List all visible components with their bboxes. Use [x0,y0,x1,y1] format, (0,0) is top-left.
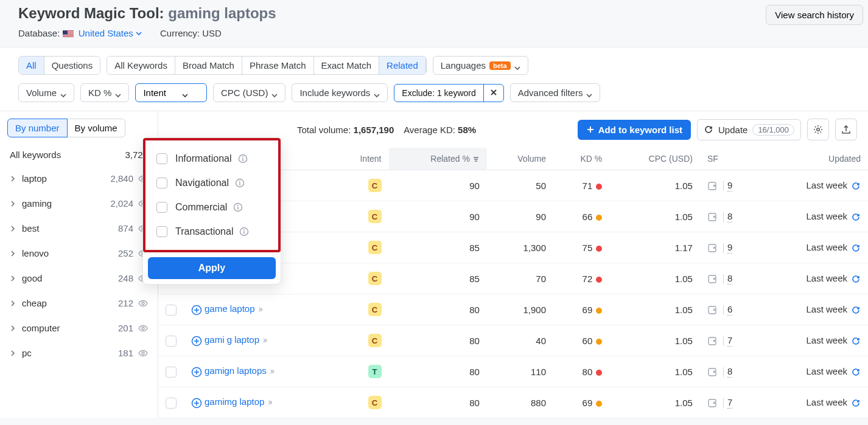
advanced-filter[interactable]: Advanced filters [510,83,601,102]
volume-filter[interactable]: Volume [18,83,74,102]
update-button[interactable]: Update 16/1,000 [697,119,801,140]
sidebar-item[interactable]: gaming2,024 [0,191,158,216]
related-value: 80 [389,356,487,387]
sidebar-all-keywords[interactable]: All keywords 3,724 [0,143,158,166]
add-keyword-icon[interactable] [191,367,202,378]
keyword-link[interactable]: game laptop [205,303,255,314]
view-history-button[interactable]: View search history [766,5,863,25]
kd-dot-icon [596,308,602,314]
checkbox[interactable] [156,178,167,188]
intent-option-commercial[interactable]: Commercial [150,195,273,219]
add-keyword-icon[interactable] [191,336,202,347]
col-related[interactable]: Related % [389,148,487,170]
row-checkbox[interactable] [166,367,177,378]
refresh-icon[interactable] [851,336,861,346]
col-cpc[interactable]: CPC (USD) [609,148,700,170]
col-updated[interactable]: Updated [761,148,868,170]
refresh-icon[interactable] [851,212,861,222]
export-button[interactable] [835,119,857,140]
refresh-icon[interactable] [851,181,861,191]
serp-icon[interactable] [707,398,717,408]
sf-value[interactable]: 7 [727,335,732,347]
tab-questions[interactable]: Questions [44,57,100,74]
sidebar-item[interactable]: pc181 [0,340,158,365]
tab-related[interactable]: Related [379,57,426,74]
keyword-link[interactable]: gamimg laptop [205,396,264,407]
sidebar-item[interactable]: good248 [0,266,158,291]
checkbox[interactable] [156,153,167,164]
refresh-icon[interactable] [851,367,861,377]
refresh-icon[interactable] [851,305,861,315]
tab-phrase[interactable]: Phrase Match [242,57,314,74]
col-sf[interactable]: SF [700,148,761,170]
exclude-clear-button[interactable] [484,85,503,102]
sidebar-tab-by-volume[interactable]: By volume [68,119,125,137]
intent-apply-button[interactable]: Apply [148,257,276,279]
tab-broad[interactable]: Broad Match [175,57,242,74]
add-keyword-icon[interactable] [191,305,202,316]
serp-icon[interactable] [707,181,717,191]
sf-value[interactable]: 9 [727,242,732,254]
settings-button[interactable] [807,119,829,140]
eye-icon[interactable] [138,299,148,308]
eye-icon[interactable] [138,323,148,333]
add-keyword-icon[interactable] [191,398,202,409]
database[interactable]: Database: United States [18,28,142,38]
serp-icon[interactable] [707,243,717,253]
sf-value[interactable]: 8 [727,273,732,285]
expand-icon[interactable]: ›› [259,304,262,314]
sf-value[interactable]: 8 [727,366,732,378]
serp-icon[interactable] [707,274,717,284]
languages-dropdown[interactable]: Languages beta [433,56,528,75]
tab-all[interactable]: All [19,57,44,74]
refresh-icon[interactable] [851,274,861,284]
database-link[interactable]: United States [79,28,133,38]
row-checkbox[interactable] [166,336,177,347]
intent-filter[interactable]: Intent [135,83,207,102]
sf-value[interactable]: 6 [727,304,732,316]
tab-all-keywords[interactable]: All Keywords [107,57,175,74]
refresh-icon[interactable] [851,398,861,408]
intent-option-informational[interactable]: Informational [150,147,273,171]
eye-icon[interactable] [138,348,148,358]
sf-value[interactable]: 8 [727,211,732,223]
sidebar-tab-by-number[interactable]: By number [7,119,68,137]
expand-icon[interactable]: ›› [270,366,273,376]
include-filter[interactable]: Include keywords [292,83,388,102]
sidebar-item-count: 874 [118,223,133,233]
sidebar-item[interactable]: lenovo252 [0,241,158,266]
exclude-label[interactable]: Exclude: 1 keyword [394,85,483,102]
col-kd[interactable]: KD % [553,148,609,170]
serp-icon[interactable] [707,367,717,377]
row-checkbox[interactable] [166,398,177,409]
checkbox[interactable] [156,226,167,237]
tab-exact[interactable]: Exact Match [314,57,380,74]
kd-value: 71 [553,170,609,201]
sf-value[interactable]: 9 [727,180,732,192]
sidebar-item[interactable]: cheap212 [0,291,158,316]
serp-icon[interactable] [707,305,717,315]
checkbox[interactable] [156,202,167,213]
kd-filter[interactable]: KD % [80,83,129,102]
refresh-icon[interactable] [851,243,861,253]
col-volume[interactable]: Volume [487,148,553,170]
intent-option-transactional[interactable]: Transactional [150,219,273,244]
sidebar-item[interactable]: computer201 [0,316,158,340]
keyword-link[interactable]: gamign laptops [205,365,267,376]
svg-rect-8 [238,207,239,210]
sidebar-item-count: 181 [118,348,133,358]
serp-icon[interactable] [707,336,717,346]
keyword-link[interactable]: gami g laptop [205,334,259,345]
expand-icon[interactable]: ›› [263,335,266,345]
expand-icon[interactable]: ›› [268,397,271,407]
cpc-filter[interactable]: CPC (USD) [213,83,286,102]
sidebar-item[interactable]: laptop2,840 [0,166,158,191]
sidebar-item[interactable]: best874 [0,216,158,241]
col-intent[interactable]: Intent [333,148,388,170]
row-checkbox[interactable] [166,305,177,316]
intent-badge: C [368,179,382,192]
intent-option-navigational[interactable]: Navigational [150,171,273,195]
serp-icon[interactable] [707,212,717,222]
add-to-list-button[interactable]: Add to keyword list [578,120,691,140]
sf-value[interactable]: 7 [727,397,732,409]
